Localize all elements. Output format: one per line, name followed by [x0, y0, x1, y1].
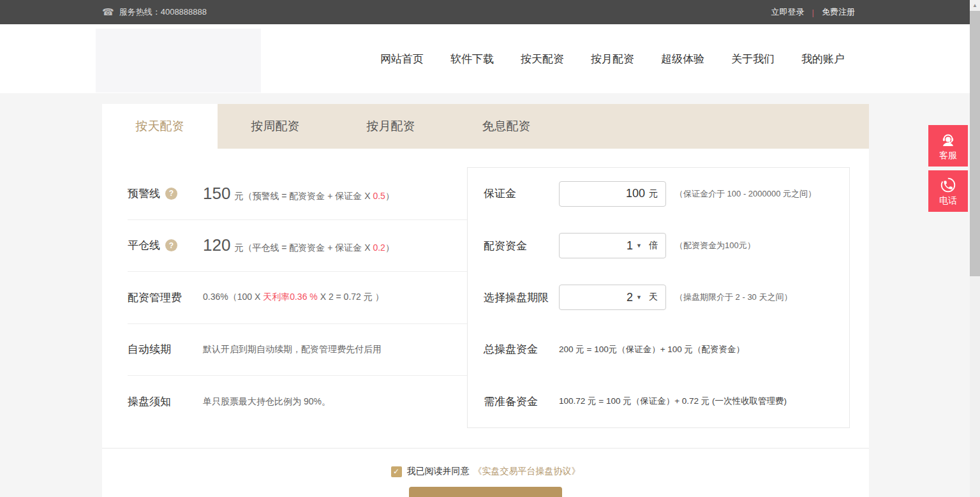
leverage-value: 1	[627, 239, 633, 253]
management-fee-pre: 0.36%（100 X	[203, 292, 263, 302]
help-icon[interactable]: ?	[165, 188, 177, 200]
warning-line-formula: （预警线 = 配资资金 + 保证金 X	[243, 191, 373, 201]
warning-line-unit: 元	[234, 191, 243, 201]
submit-button[interactable]	[409, 487, 562, 497]
agreement-link[interactable]: 《实盘交易平台操盘协议》	[473, 466, 581, 477]
warning-line-row: 预警线 ? 150元（预警线 = 配资资金 + 保证金 X 0.5）	[128, 168, 467, 220]
chevron-down-icon: ▼	[636, 242, 642, 249]
nav-item-monthly[interactable]: 按月配资	[591, 52, 634, 66]
agreement-checkbox[interactable]: ✓	[391, 466, 402, 477]
headset-icon	[939, 131, 958, 149]
margin-row: 保证金 元 （保证金介于 100 - 2000000 元之间）	[468, 168, 849, 219]
duration-unit: 天	[649, 292, 658, 303]
warning-line-value: 150元（预警线 = 配资资金 + 保证金 X 0.5）	[203, 184, 394, 204]
margin-input-box: 元	[559, 181, 666, 207]
register-link[interactable]: 免费注册	[822, 6, 855, 18]
site-header: 网站首页 软件下载 按天配资 按月配资 超级体验 关于我们 我的账户	[0, 24, 970, 93]
nav-item-download[interactable]: 软件下载	[450, 52, 494, 66]
chevron-down-icon: ▼	[636, 294, 642, 300]
warning-line-formula-close: ）	[385, 191, 394, 201]
hotline: ☎ 服务热线：4008888888	[102, 6, 207, 18]
warning-line-amount: 150	[203, 184, 230, 203]
close-line-ratio: 0.2	[373, 242, 385, 253]
trading-notice-text: 单只股票最大持仓比例为 90%。	[203, 396, 330, 408]
duration-value: 2	[627, 291, 633, 304]
duration-select[interactable]: 2 ▼ 天	[559, 285, 666, 310]
phone-icon	[939, 176, 958, 194]
close-line-unit: 元	[234, 242, 243, 253]
management-fee-post: X 2 = 0.72 元 ）	[318, 292, 384, 302]
duration-hint: （操盘期限介于 2 - 30 天之间）	[675, 292, 792, 303]
scrollbar-thumb[interactable]	[970, 11, 980, 276]
trading-notice-row: 操盘须知 单只股票最大持仓比例为 90%。	[128, 376, 467, 428]
close-line-label: 平仓线	[128, 238, 160, 253]
required-funds-label: 需准备资金	[484, 394, 559, 409]
link-separator: |	[812, 8, 814, 17]
daily-rate: 天利率0.36 %	[263, 292, 318, 302]
order-form-panel: 保证金 元 （保证金介于 100 - 2000000 元之间） 配资资金 1 ▼…	[467, 167, 850, 428]
margin-hint: （保证金介于 100 - 2000000 元之间）	[675, 188, 816, 200]
close-line-row: 平仓线 ? 120元（平仓线 = 配资资金 + 保证金 X 0.2）	[128, 220, 467, 272]
close-line-amount: 120	[203, 235, 230, 255]
leverage-label: 配资资金	[484, 239, 559, 253]
tab-interest-free[interactable]: 免息配资	[449, 104, 564, 149]
scrollbar: ▲	[970, 0, 980, 497]
nav-item-account[interactable]: 我的账户	[801, 52, 845, 66]
phone-contact-button[interactable]: 电话	[928, 170, 968, 212]
leverage-select[interactable]: 1 ▼ 倍	[559, 233, 666, 258]
tab-weekly[interactable]: 按周配资	[218, 104, 333, 149]
margin-label: 保证金	[484, 186, 559, 201]
nav-item-about[interactable]: 关于我们	[731, 52, 775, 66]
management-fee-label: 配资管理费	[128, 290, 182, 305]
close-line-formula-close: ）	[385, 242, 394, 253]
trading-notice-label: 操盘须知	[128, 394, 171, 409]
topbar: ☎ 服务热线：4008888888 立即登录 | 免费注册	[0, 0, 970, 24]
phone-icon: ☎	[102, 6, 114, 18]
total-capital-text: 200 元 = 100元（保证金）+ 100 元（配资资金）	[559, 344, 745, 355]
warning-line-ratio: 0.5	[373, 191, 385, 201]
duration-row: 选择操盘期限 2 ▼ 天 （操盘期限介于 2 - 30 天之间）	[468, 272, 849, 323]
agreement-row: ✓ 我已阅读并同意 《实盘交易平台操盘协议》	[102, 466, 869, 477]
leverage-hint: （配资资金为100元）	[675, 240, 755, 251]
auto-renew-text: 默认开启到期自动续期，配资管理费先付后用	[203, 344, 382, 355]
nav-item-experience[interactable]: 超级体验	[661, 52, 704, 66]
nav-item-daily[interactable]: 按天配资	[521, 52, 564, 66]
terms-panel: 预警线 ? 150元（预警线 = 配资资金 + 保证金 X 0.5） 平仓线 ?…	[128, 168, 467, 428]
float-contact-stack: 客服 电话	[928, 125, 968, 216]
close-line-value: 120元（平仓线 = 配资资金 + 保证金 X 0.2）	[203, 235, 394, 255]
management-fee-row: 配资管理费 0.36%（100 X 天利率0.36 % X 2 = 0.72 元…	[128, 272, 467, 324]
scroll-up-arrow-icon[interactable]: ▲	[970, 0, 980, 10]
logo	[96, 29, 261, 93]
leverage-unit: 倍	[649, 240, 658, 251]
total-capital-row: 总操盘资金 200 元 = 100元（保证金）+ 100 元（配资资金）	[468, 323, 849, 375]
hotline-text: 服务热线：4008888888	[119, 6, 207, 18]
warning-line-label: 预警线	[128, 186, 160, 201]
tab-monthly[interactable]: 按月配资	[333, 104, 449, 149]
divider	[102, 448, 869, 449]
required-funds-text: 100.72 元 = 100 元（保证金）+ 0.72 元 (一次性收取管理费)	[559, 396, 787, 407]
phone-contact-label: 电话	[939, 195, 957, 207]
login-link[interactable]: 立即登录	[771, 6, 805, 18]
total-capital-label: 总操盘资金	[484, 342, 559, 357]
main-nav: 网站首页 软件下载 按天配资 按月配资 超级体验 关于我们 我的账户	[380, 24, 845, 93]
duration-label: 选择操盘期限	[484, 290, 559, 305]
topbar-account-links: 立即登录 | 免费注册	[771, 6, 855, 18]
financing-tabs: 按天配资 按周配资 按月配资 免息配资	[102, 104, 869, 149]
help-icon[interactable]: ?	[165, 239, 177, 251]
margin-input[interactable]	[588, 187, 645, 200]
close-line-formula: （平仓线 = 配资资金 + 保证金 X	[243, 242, 373, 253]
required-funds-row: 需准备资金 100.72 元 = 100 元（保证金）+ 0.72 元 (一次性…	[468, 376, 849, 427]
nav-item-home[interactable]: 网站首页	[380, 52, 424, 66]
auto-renew-label: 自动续期	[128, 342, 171, 357]
management-fee-value: 0.36%（100 X 天利率0.36 % X 2 = 0.72 元 ）	[203, 292, 384, 303]
tab-daily[interactable]: 按天配资	[102, 104, 218, 149]
customer-service-button[interactable]: 客服	[928, 125, 968, 167]
agreement-text: 我已阅读并同意	[407, 466, 470, 477]
margin-unit: 元	[649, 188, 658, 200]
financing-card: 按天配资 按周配资 按月配资 免息配资 预警线 ? 150元（预警线 = 配资资…	[102, 104, 869, 497]
leverage-row: 配资资金 1 ▼ 倍 （配资资金为100元）	[468, 219, 849, 271]
customer-service-label: 客服	[939, 150, 957, 161]
auto-renew-row: 自动续期 默认开启到期自动续期，配资管理费先付后用	[128, 324, 467, 376]
